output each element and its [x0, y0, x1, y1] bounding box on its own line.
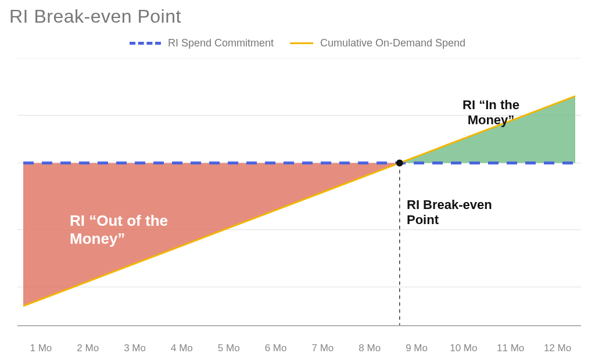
x-tick-label: 2 Mo [64, 343, 112, 354]
svg-point-10 [396, 160, 403, 167]
x-tick-label: 8 Mo [346, 343, 393, 354]
x-tick-label: 1 Mo [17, 343, 64, 354]
legend-label-ondemand: Cumulative On-Demand Spend [320, 37, 465, 49]
annotation-in-the-money: RI “In the Money” [453, 98, 529, 128]
chart-title: RI Break-even Point [9, 6, 181, 27]
x-tick-label: 9 Mo [393, 343, 440, 354]
x-tick-label: 12 Mo [534, 343, 581, 354]
x-axis-labels: 1 Mo2 Mo3 Mo4 Mo5 Mo6 Mo7 Mo8 Mo9 Mo10 M… [17, 343, 581, 354]
x-tick-label: 10 Mo [440, 343, 487, 354]
legend-item-ondemand: Cumulative On-Demand Spend [290, 37, 465, 49]
annotation-out-of-money: RI “Out of the Money” [70, 212, 186, 248]
x-tick-label: 11 Mo [487, 343, 534, 354]
annotation-break-even: RI Break-even Point [407, 197, 523, 228]
dash-swatch-icon [130, 42, 161, 45]
solid-swatch-icon [290, 42, 313, 44]
x-tick-label: 3 Mo [112, 343, 159, 354]
x-tick-label: 4 Mo [158, 343, 205, 354]
x-tick-label: 7 Mo [299, 343, 346, 354]
x-tick-label: 6 Mo [252, 343, 299, 354]
legend-item-commit: RI Spend Commitment [130, 37, 274, 49]
chart-legend: RI Spend Commitment Cumulative On-Demand… [0, 37, 595, 49]
legend-label-commit: RI Spend Commitment [168, 37, 274, 49]
x-tick-label: 5 Mo [205, 343, 252, 354]
